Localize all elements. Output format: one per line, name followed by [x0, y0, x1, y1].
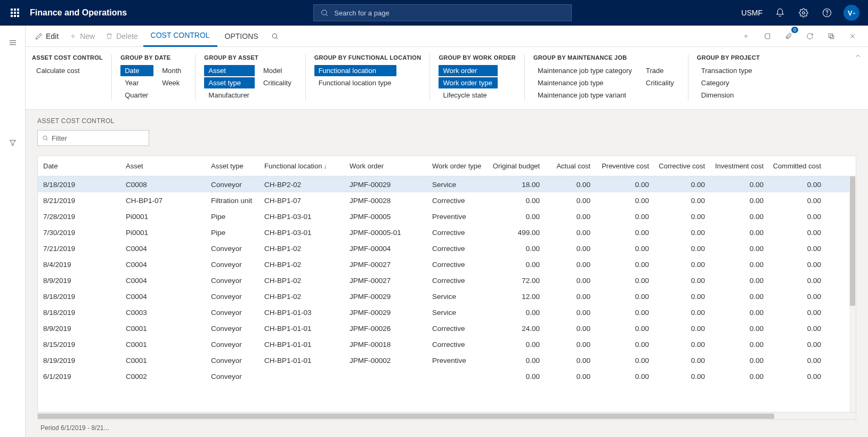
- cell: Corrective: [430, 277, 489, 285]
- column-header[interactable]: Work order type: [430, 162, 489, 170]
- cell: CH-BP1-02: [262, 245, 347, 253]
- table-row[interactable]: 7/21/2019C0004ConveyorCH-BP1-02JPMF-0000…: [38, 240, 856, 256]
- cell: 0.00: [707, 245, 766, 253]
- app-launcher-button[interactable]: [4, 0, 26, 26]
- global-search[interactable]: Search for a page: [313, 4, 572, 21]
- ribbon-item[interactable]: Month: [158, 65, 186, 76]
- ribbon-item[interactable]: Asset: [204, 65, 255, 76]
- ribbon-item[interactable]: Maintenance job type category: [533, 65, 637, 76]
- cell: 0.00: [651, 373, 707, 381]
- column-header[interactable]: Functional location↓: [262, 162, 347, 170]
- ribbon-item[interactable]: Model: [259, 65, 297, 76]
- edit-button[interactable]: Edit: [30, 26, 64, 46]
- column-header[interactable]: Preventive cost: [593, 162, 651, 170]
- cell: 0.00: [593, 181, 651, 189]
- ribbon-item[interactable]: Date: [120, 65, 153, 76]
- cell: 8/9/2019: [41, 277, 124, 285]
- cell: 8/9/2019: [41, 325, 124, 333]
- ribbon-item[interactable]: Year: [120, 77, 153, 88]
- table-row[interactable]: 8/15/2019C0001ConveyorCH-BP1-01-01JPMF-0…: [38, 336, 856, 352]
- cell: 0.00: [707, 373, 766, 381]
- cell: Conveyor: [209, 325, 262, 333]
- cell: 0.00: [651, 261, 707, 269]
- refresh-button[interactable]: [802, 28, 818, 44]
- tab-options[interactable]: OPTIONS: [217, 26, 266, 47]
- ribbon-item[interactable]: Maintenance job type variant: [533, 90, 637, 101]
- cell: 0.00: [651, 341, 707, 349]
- ribbon-group-title: ASSET COST CONTROL: [32, 54, 103, 61]
- cell: 0.00: [542, 325, 593, 333]
- cell: C0002: [124, 373, 209, 381]
- horizontal-scrollbar[interactable]: [38, 412, 856, 419]
- cell: 8/18/2019: [41, 181, 124, 189]
- svg-point-0: [322, 10, 327, 15]
- table-row[interactable]: 8/9/2019C0001ConveyorCH-BP1-01-01JPMF-00…: [38, 320, 856, 336]
- table-row[interactable]: 8/18/2019C0003ConveyorCH-BP1-01-03JPMF-0…: [38, 304, 856, 320]
- cell: C0004: [124, 245, 209, 253]
- column-header[interactable]: Asset type: [209, 162, 262, 170]
- ribbon-item[interactable]: Criticality: [259, 77, 297, 88]
- link-icon[interactable]: [738, 28, 754, 44]
- svg-point-10: [272, 34, 277, 38]
- cell: Conveyor: [209, 373, 262, 381]
- table-row[interactable]: 8/9/2019C0004ConveyorCH-BP1-02JPMF-00027…: [38, 272, 856, 288]
- tab-cost-control[interactable]: COST CONTROL: [143, 26, 217, 47]
- ribbon-item[interactable]: Work order: [439, 65, 497, 76]
- ribbon-item[interactable]: Work order type: [439, 77, 497, 88]
- cell: 0.00: [542, 293, 593, 301]
- popout-button[interactable]: [823, 28, 839, 44]
- ribbon-group: GROUP BY WORK ORDERWork orderWork order …: [429, 54, 524, 101]
- table-row[interactable]: 7/30/2019Pi0001PipeCH-BP1-03-01JPMF-0000…: [38, 224, 856, 240]
- office-icon[interactable]: [759, 28, 775, 44]
- hamburger-menu-button[interactable]: [2, 32, 23, 53]
- ribbon-item[interactable]: Week: [158, 77, 186, 88]
- table-row[interactable]: 6/1/2019C0002Conveyor0.000.000.000.000.0…: [38, 368, 856, 384]
- filter-pane-button[interactable]: [2, 132, 23, 153]
- vertical-scrollbar[interactable]: [849, 176, 856, 412]
- ribbon-item[interactable]: Lifecycle state: [439, 90, 497, 101]
- column-header[interactable]: Original budget: [489, 162, 542, 170]
- cell: 0.00: [593, 373, 651, 381]
- cell: 0.00: [766, 261, 823, 269]
- ribbon-item[interactable]: Calculate cost: [32, 65, 85, 76]
- column-header[interactable]: Asset: [124, 162, 209, 170]
- ribbon-item[interactable]: Functional location type: [314, 77, 397, 88]
- column-header[interactable]: Committed cost: [766, 162, 823, 170]
- ribbon-item[interactable]: Category: [697, 77, 758, 88]
- collapse-ribbon-button[interactable]: [854, 52, 862, 61]
- ribbon-group: GROUP BY MAINTENANCE JOBMaintenance job …: [524, 54, 688, 101]
- ribbon-item[interactable]: Dimension: [697, 90, 758, 101]
- find-button[interactable]: [266, 26, 284, 46]
- ribbon-item[interactable]: Functional location: [314, 65, 397, 76]
- table-row[interactable]: 8/4/2019C0004ConveyorCH-BP1-02JPMF-00027…: [38, 256, 856, 272]
- cell: JPMF-00004: [347, 245, 430, 253]
- ribbon-item[interactable]: Criticality: [642, 77, 679, 88]
- column-header[interactable]: Corrective cost: [651, 162, 707, 170]
- ribbon-item[interactable]: Quarter: [120, 90, 153, 101]
- table-row[interactable]: 8/18/2019C0008ConveyorCH-BP2-02JPMF-0002…: [38, 176, 856, 192]
- cell: JPMF-00005: [347, 213, 430, 221]
- table-row[interactable]: 8/21/2019CH-BP1-07Filtration unitCH-BP1-…: [38, 192, 856, 208]
- table-row[interactable]: 8/19/2019C0001ConveyorCH-BP1-01-01JPMF-0…: [38, 352, 856, 368]
- ribbon-item[interactable]: Asset type: [204, 77, 255, 88]
- ribbon-item[interactable]: Manufacturer: [204, 90, 255, 101]
- attachments-button[interactable]: 0: [781, 28, 797, 44]
- user-avatar[interactable]: V-: [843, 5, 859, 21]
- cell: CH-BP1-07: [262, 197, 347, 205]
- column-header[interactable]: Investment cost: [707, 162, 766, 170]
- ribbon-item[interactable]: Maintenance job type: [533, 77, 637, 88]
- help-button[interactable]: [816, 0, 838, 26]
- column-header[interactable]: Work order: [347, 162, 430, 170]
- column-header[interactable]: Actual cost: [542, 162, 593, 170]
- column-header[interactable]: Date: [41, 162, 124, 170]
- close-button[interactable]: [845, 28, 861, 44]
- company-label[interactable]: USMF: [736, 9, 768, 17]
- ribbon-item[interactable]: Transaction type: [697, 65, 758, 76]
- ribbon-item[interactable]: Trade: [642, 65, 679, 76]
- table-row[interactable]: 7/28/2019Pi0001PipeCH-BP1-03-01JPMF-0000…: [38, 208, 856, 224]
- table-row[interactable]: 8/18/2019C0004ConveyorCH-BP1-02JPMF-0002…: [38, 288, 856, 304]
- notifications-button[interactable]: [769, 0, 791, 26]
- cell: 0.00: [766, 277, 823, 285]
- filter-input[interactable]: Filter: [37, 130, 149, 146]
- settings-button[interactable]: [792, 0, 815, 26]
